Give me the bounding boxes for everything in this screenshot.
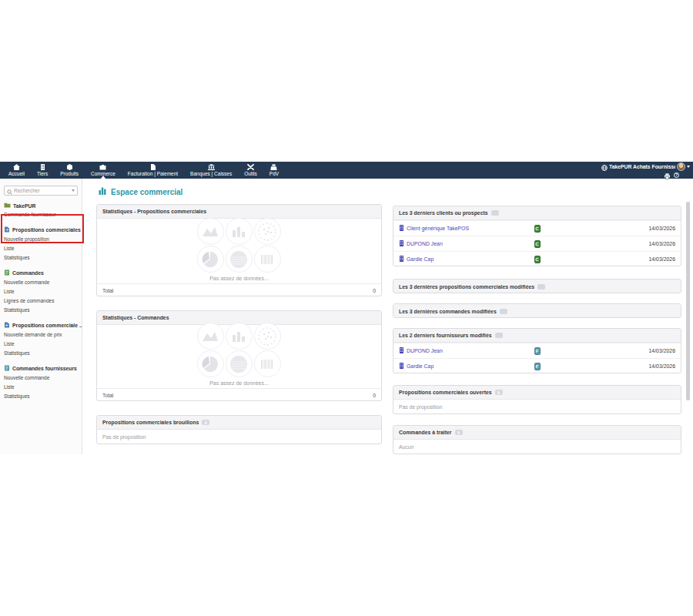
search-input[interactable] [14, 188, 68, 193]
menu-link[interactable]: Liste [0, 340, 82, 349]
menu-link[interactable]: Statistiques [0, 349, 82, 358]
supplier-link[interactable]: DUPOND Jean [399, 347, 514, 354]
menu-link[interactable]: Liste [0, 244, 82, 253]
suppliers-box-header[interactable]: Les 2 derniers fournisseurs modifiés [393, 329, 681, 343]
widget-handle-icon[interactable] [491, 210, 499, 216]
widget-handle-icon[interactable] [537, 284, 545, 290]
draft-proposals-box: Propositions commerciales brouillons 0 P… [96, 415, 382, 444]
statbox-orders: Statistiques - Commandes Pas assez de do… [96, 310, 382, 401]
user-menu: TakePUR Achats Fournisse ? [601, 162, 690, 179]
nav-item-pdv[interactable]: PdV [263, 162, 285, 179]
top-menubar: Accueil Tiers Produits Commerce Facturat… [0, 162, 693, 179]
table-row: Client générique TakePOS C 14/03/2026 [393, 220, 681, 236]
orders-modified-header[interactable]: Les 3 dernières commandes modifiées [393, 304, 681, 318]
row-date: 14/03/2026 [649, 241, 676, 246]
open-proposals-header[interactable]: Propositions commerciales ouvertes 0 [393, 386, 681, 400]
nav-item-commerce[interactable]: Commerce [85, 162, 122, 179]
filled-chart-placeholder-icon [226, 246, 253, 273]
menu-link[interactable]: Statistiques [0, 253, 82, 263]
draft-proposals-header[interactable]: Propositions commerciales brouillons 0 [97, 416, 381, 430]
empty-text: Aucun [393, 440, 681, 454]
total-value: 0 [373, 288, 376, 293]
nav-item-accueil[interactable]: Accueil [2, 162, 31, 179]
orders-modified-box: Les 3 dernières commandes modifiées [393, 303, 681, 318]
nav-item-label: Facturation | Paiement [128, 171, 178, 176]
billing-icon [149, 164, 156, 171]
chevron-down-icon[interactable] [687, 166, 690, 168]
third-parties-icon [39, 164, 46, 171]
nav-item-banques[interactable]: Banques | Caisses [184, 162, 238, 179]
menu-title-commandes[interactable]: Commandes [0, 268, 82, 278]
nav-item-label: Outils [244, 171, 257, 176]
menu-link[interactable]: Statistiques [0, 392, 82, 401]
count-badge: 0 [455, 430, 463, 435]
statbox-proposals-body: Pas assez de données... [97, 219, 381, 283]
search-dropdown-caret[interactable] [72, 189, 75, 192]
menu-link[interactable]: Lignes de commandes [0, 296, 82, 306]
scrollbar[interactable] [686, 202, 690, 400]
widget-handle-icon[interactable] [495, 333, 503, 338]
row-date: 14/03/2026 [649, 226, 676, 231]
statbox-orders-footer: Total 0 [97, 388, 381, 401]
page-title: Espace commercial [99, 187, 182, 196]
menu-link[interactable]: Nouvelle commande [0, 373, 82, 383]
supplier-order-icon [4, 365, 10, 372]
clients-box-header[interactable]: Les 3 derniers clients ou prospects [393, 206, 681, 220]
client-link[interactable]: Client générique TakePOS [399, 225, 514, 232]
statbox-proposals-header[interactable]: Statistiques - Propositions commerciales [97, 205, 381, 219]
table-row: DUPOND Jean F 14/03/2026 [393, 343, 681, 358]
pie-chart-placeholder-icon [197, 246, 224, 273]
suppliers-box: Les 2 derniers fournisseurs modifiés DUP… [393, 328, 681, 373]
area-chart-placeholder-icon [197, 323, 224, 350]
nav-item-label: Accueil [8, 171, 25, 176]
row-date: 14/03/2026 [649, 363, 676, 369]
menu-link[interactable]: Nouvelle commande [0, 278, 82, 287]
client-link[interactable]: DUPOND Jean [399, 240, 514, 247]
status-badge: F [534, 363, 541, 370]
menu-section-takepur: TakePUR Commande fournisseur [0, 201, 82, 219]
nav-item-tiers[interactable]: Tiers [31, 162, 54, 179]
avatar[interactable] [677, 162, 685, 171]
company-icon [399, 225, 404, 232]
globe-icon[interactable] [601, 160, 608, 174]
statbox-proposals-footer: Total 0 [97, 283, 381, 296]
nav-item-outils[interactable]: Outils [238, 162, 263, 179]
menu-link[interactable]: Liste [0, 287, 82, 296]
no-data-text: Pas assez de données... [209, 380, 269, 386]
nav-item-facturation[interactable]: Facturation | Paiement [122, 162, 184, 179]
supplier-link[interactable]: Gardie Cap [399, 363, 514, 370]
help-icon[interactable]: ? [674, 172, 679, 178]
count-badge: 0 [495, 390, 503, 395]
bar-chart-placeholder-icon [226, 218, 253, 245]
left-menu: TakePUR Commande fournisseur Proposition… [0, 179, 82, 454]
menu-title-propositions-commerciales[interactable]: Propositions commerciales [0, 225, 82, 235]
table-row: DUPOND Jean C 14/03/2026 [393, 236, 681, 251]
table-row: Gardie Cap F 14/03/2026 [393, 358, 681, 373]
search-box [4, 186, 78, 196]
menu-link[interactable]: Statistiques [0, 306, 82, 315]
menu-title-takepur[interactable]: TakePUR [0, 201, 82, 210]
nav-item-produits[interactable]: Produits [54, 162, 85, 179]
active-tab-caret [101, 176, 105, 179]
menu-link[interactable]: Nouvelle proposition [0, 235, 82, 244]
widget-handle-icon[interactable] [500, 309, 507, 314]
print-icon[interactable] [664, 169, 671, 182]
menu-link[interactable]: Liste [0, 383, 82, 392]
company-icon [399, 256, 404, 263]
menu-link[interactable]: Nouvelle demande de prix [0, 330, 82, 340]
menu-link-commande-fournisseur[interactable]: Commande fournisseur [0, 210, 82, 219]
statbox-proposals: Statistiques - Propositions commerciales… [96, 204, 382, 296]
bank-icon [208, 164, 215, 171]
orders-to-process-header[interactable]: Commandes à traiter 0 [393, 426, 681, 440]
folder-icon [4, 203, 11, 209]
statbox-orders-body: Pas assez de données... [97, 325, 381, 388]
proposals-modified-header[interactable]: Les 3 dernières propositions commerciale… [393, 280, 681, 293]
bar-chart-icon [99, 187, 107, 196]
status-badge: C [534, 240, 541, 248]
proposals-modified-box: Les 3 dernières propositions commerciale… [393, 279, 681, 293]
menu-title-propositions-fournisseur[interactable]: Propositions commerciale ... [0, 320, 82, 330]
scatter-chart-placeholder-icon [254, 323, 281, 350]
client-link[interactable]: Gardie Cap [399, 256, 514, 263]
order-icon [4, 270, 10, 276]
menu-title-commandes-fournisseurs[interactable]: Commandes fournisseurs [0, 363, 82, 373]
